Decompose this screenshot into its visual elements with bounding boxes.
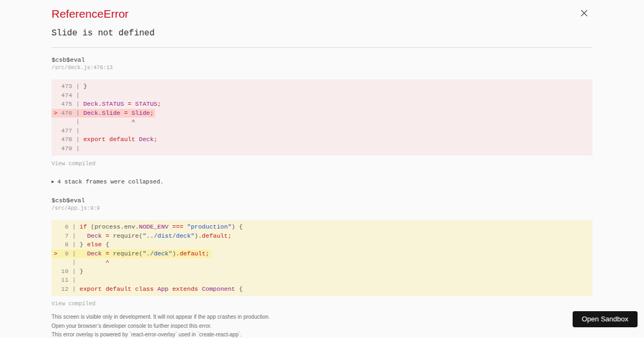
view-compiled-link[interactable]: View compiled bbox=[52, 300, 592, 307]
code-block-app: 6 | if (process.env.NODE_ENV === "produc… bbox=[52, 220, 592, 296]
code-line: 478 | export default Deck; bbox=[54, 135, 590, 144]
divider bbox=[52, 47, 592, 48]
error-message: Slide is not defined bbox=[52, 28, 592, 39]
frame-function-name: $csb$eval bbox=[52, 56, 592, 64]
open-sandbox-button[interactable]: Open Sandbox bbox=[573, 311, 638, 327]
frame-function-name: $csb$eval bbox=[52, 196, 592, 204]
close-icon bbox=[581, 10, 588, 17]
frame-file-location: /src/App.js:9:9 bbox=[52, 205, 592, 212]
stack-frame-1: $csb$eval /src/deck.js:476:13 473 | } 47… bbox=[52, 56, 592, 167]
code-line: | ^ bbox=[54, 258, 590, 267]
stack-frame-2: $csb$eval /src/App.js:9:9 6 | if (proces… bbox=[52, 196, 592, 307]
footer-line-development: This screen is visible only in developme… bbox=[52, 313, 592, 322]
code-line: 473 | } bbox=[54, 82, 590, 91]
view-compiled-link[interactable]: View compiled bbox=[52, 160, 96, 167]
footer-line-overlay: This error overlay is powered by `react-… bbox=[52, 330, 592, 338]
triangle-right-icon: ▶ bbox=[52, 178, 54, 185]
code-line: 7 | Deck = require("../dist/deck").defau… bbox=[54, 232, 590, 241]
code-line: 475 | Deck.STATUS = STATUS; bbox=[54, 100, 590, 109]
frame-file-location: /src/deck.js:476:13 bbox=[52, 64, 592, 71]
close-button[interactable] bbox=[579, 8, 589, 18]
code-block-deck: 473 | } 474 | 475 | Deck.STATUS = STATUS… bbox=[52, 79, 592, 156]
footer-line-console: Open your browser’s developer console to… bbox=[52, 322, 592, 331]
error-type-title: ReferenceError bbox=[52, 8, 592, 20]
overlay-content: ReferenceError Slide is not defined $csb… bbox=[0, 0, 644, 338]
collapsed-frames-label: 4 stack frames were collapsed. bbox=[57, 179, 164, 185]
code-line: 474 | bbox=[54, 91, 590, 100]
code-line: 6 | if (process.env.NODE_ENV === "produc… bbox=[54, 223, 590, 232]
error-overlay: { "palette": { "g": "#8c8c8c", "d": "#57… bbox=[0, 0, 644, 338]
code-line: 12 | export default class App extends Co… bbox=[54, 285, 590, 294]
code-line: 477 | bbox=[54, 127, 590, 136]
code-line: 11 | bbox=[54, 276, 590, 285]
code-line: | ^ bbox=[54, 117, 590, 127]
code-line: > 476 | Deck.Slide = Slide; bbox=[54, 109, 590, 118]
code-line: 10 | } bbox=[54, 267, 590, 276]
code-line: 479 | bbox=[54, 144, 590, 153]
footer-note: This screen is visible only in developme… bbox=[52, 313, 592, 338]
collapsed-frames-toggle[interactable]: ▶4 stack frames were collapsed. bbox=[52, 178, 592, 186]
code-line: > 9 | Deck = require("./deck").default; bbox=[54, 249, 590, 259]
code-line: 8 | } else { bbox=[54, 240, 590, 249]
